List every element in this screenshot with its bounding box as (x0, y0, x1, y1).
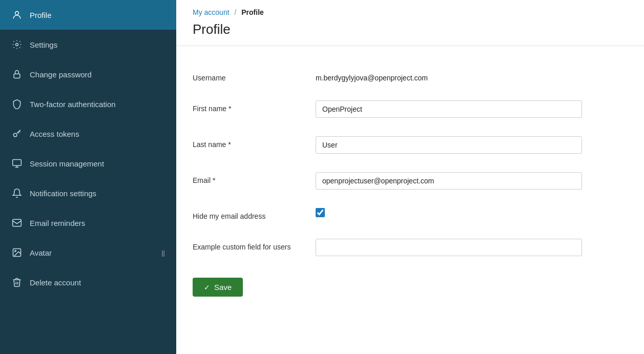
svg-rect-4 (13, 160, 22, 166)
sidebar-item-label: Profile (30, 11, 52, 19)
breadcrumb: My account / Profile (176, 0, 644, 16)
sidebar-item-settings[interactable]: Settings (0, 30, 176, 59)
sidebar-item-label: Two-factor authentication (30, 100, 116, 109)
username-label: Username (193, 70, 316, 82)
sidebar-item-profile[interactable]: Profile (0, 0, 176, 30)
profile-form: Username m.berdygylyjova@openproject.com… (176, 46, 644, 311)
sidebar-item-label: Change password (30, 70, 92, 79)
sidebar: Profile Settings Change password Two-fac… (0, 0, 176, 354)
image-icon (11, 247, 23, 258)
bell-icon (11, 188, 23, 199)
svg-rect-5 (13, 219, 22, 226)
custom-field-input[interactable] (316, 239, 582, 256)
page-title: Profile (176, 16, 644, 46)
custom-field-input-wrapper (316, 239, 582, 256)
save-button[interactable]: ✓ Save (193, 278, 243, 297)
trash-icon (11, 277, 23, 288)
sidebar-item-session-management[interactable]: Session management (0, 149, 176, 178)
username-row: Username m.berdygylyjova@openproject.com (193, 60, 628, 91)
svg-point-0 (15, 11, 19, 15)
sidebar-item-access-tokens[interactable]: Access tokens (0, 119, 176, 149)
sidebar-item-label: Avatar (30, 248, 52, 257)
last-name-input-wrapper (316, 136, 582, 154)
email-row: Email * (193, 163, 628, 199)
hide-email-checkbox[interactable] (316, 208, 325, 217)
hide-email-label: Hide my email address (193, 208, 316, 220)
hide-email-checkbox-wrapper (316, 208, 325, 217)
person-icon (11, 9, 23, 20)
sidebar-item-label: Settings (30, 40, 57, 49)
shield-icon (11, 98, 23, 110)
save-button-row: ✓ Save (193, 269, 628, 297)
sidebar-item-label: Session management (30, 159, 104, 168)
svg-point-7 (15, 251, 16, 252)
breadcrumb-separator: / (234, 8, 236, 16)
save-label: Save (214, 283, 232, 291)
last-name-row: Last name * (193, 127, 628, 163)
sidebar-item-email-reminders[interactable]: Email reminders (0, 208, 176, 238)
username-value: m.berdygylyjova@openproject.com (316, 70, 628, 82)
last-name-input[interactable] (316, 136, 582, 154)
sidebar-item-notification-settings[interactable]: Notification settings (0, 178, 176, 208)
custom-field-row: Example custom field for users (193, 230, 628, 265)
last-name-label: Last name * (193, 136, 316, 149)
breadcrumb-link[interactable]: My account (193, 8, 230, 16)
svg-point-3 (13, 133, 17, 137)
first-name-input-wrapper (316, 100, 582, 118)
sidebar-item-delete-account[interactable]: Delete account (0, 267, 176, 297)
gear-icon (11, 39, 23, 50)
main-content: My account / Profile Profile Username m.… (176, 0, 644, 354)
breadcrumb-current: Profile (241, 8, 264, 16)
first-name-label: First name * (193, 100, 316, 113)
sidebar-item-change-password[interactable]: Change password (0, 59, 176, 89)
first-name-input[interactable] (316, 100, 582, 118)
sidebar-item-two-factor[interactable]: Two-factor authentication (0, 89, 176, 119)
key-icon (11, 128, 23, 139)
sidebar-item-label: Access tokens (30, 130, 79, 138)
email-input-wrapper (316, 172, 582, 190)
email-icon (11, 217, 23, 228)
checkmark-icon: ✓ (204, 283, 210, 291)
sidebar-item-avatar[interactable]: Avatar || (0, 238, 176, 267)
sidebar-item-label: Notification settings (30, 189, 96, 198)
email-label: Email * (193, 172, 316, 184)
lock-icon (11, 69, 23, 80)
hide-email-row: Hide my email address (193, 199, 628, 230)
sidebar-item-label: Delete account (30, 278, 81, 287)
svg-rect-2 (14, 74, 20, 78)
monitor-icon (11, 158, 23, 169)
sidebar-item-label: Email reminders (30, 219, 85, 227)
first-name-row: First name * (193, 91, 628, 127)
svg-point-1 (16, 44, 18, 46)
email-input[interactable] (316, 172, 582, 190)
avatar-badge: || (161, 249, 165, 257)
custom-field-label: Example custom field for users (193, 239, 316, 251)
